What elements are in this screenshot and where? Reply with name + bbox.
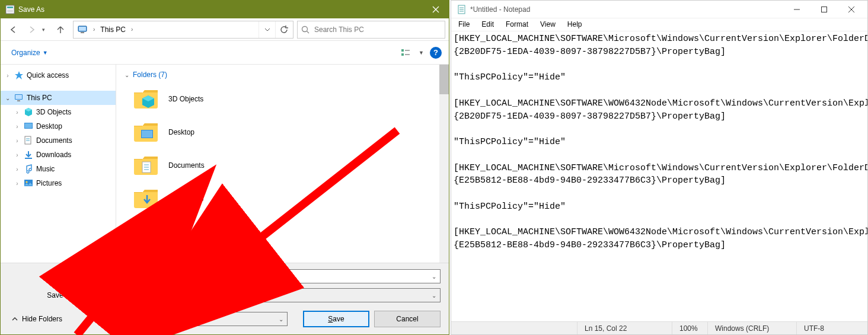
save-type-value: All Files	[99, 291, 432, 299]
search-input[interactable]	[314, 25, 441, 34]
star-icon	[14, 70, 24, 81]
arrow-left-icon	[8, 25, 18, 34]
chevron-down-icon[interactable]: ⌄	[432, 292, 436, 299]
notepad-menubar: File Edit Format View Help	[451, 18, 867, 31]
svg-rect-6	[79, 27, 86, 31]
encoding-value: UTF-8	[181, 315, 279, 323]
caret-right-icon[interactable]: ›	[14, 109, 21, 116]
file-name-field[interactable]: Libraryhide.reg ⌄	[95, 269, 441, 283]
caret-right-icon[interactable]: ›	[4, 72, 11, 79]
desktop-icon	[23, 121, 34, 132]
maximize-button[interactable]	[810, 1, 838, 18]
caret-right-icon[interactable]: ›	[14, 152, 21, 158]
menu-view[interactable]: View	[534, 18, 561, 31]
titlebar[interactable]: Save As	[1, 1, 449, 18]
maximize-icon	[821, 6, 828, 13]
tree-item-this-pc[interactable]: ⌄ This PC	[1, 91, 116, 105]
view-options-button[interactable]	[401, 47, 413, 59]
app-icon	[5, 5, 15, 14]
music-icon	[23, 164, 34, 174]
menu-file[interactable]: File	[452, 18, 476, 31]
file-name-value: Libraryhide.reg	[99, 272, 432, 280]
crumb-caret-icon[interactable]: ›	[129, 26, 135, 33]
hide-folders-label: Hide Folders	[22, 315, 62, 323]
address-dropdown-button[interactable]	[259, 21, 275, 38]
search-box[interactable]	[297, 21, 445, 39]
this-pc-icon	[14, 92, 24, 103]
breadcrumb-this-pc[interactable]: This PC	[97, 23, 129, 36]
pictures-icon	[23, 178, 34, 189]
caret-right-icon[interactable]: ›	[14, 180, 21, 187]
refresh-icon	[280, 25, 288, 34]
hide-folders-button[interactable]: Hide Folders	[9, 312, 65, 326]
tree-item-downloads[interactable]: › Downloads	[1, 148, 116, 162]
tree-label: Documents	[36, 136, 72, 145]
notepad-textarea[interactable]: [HKEY_LOCAL_MACHINE\SOFTWARE\Microsoft\W…	[451, 31, 867, 321]
file-name-label: File name:	[9, 272, 95, 280]
svg-point-8	[302, 26, 308, 31]
back-button[interactable]	[4, 21, 22, 39]
help-button[interactable]: ?	[430, 47, 442, 59]
refresh-button[interactable]	[275, 21, 292, 38]
arrow-up-icon	[56, 25, 65, 34]
root-caret-icon[interactable]: ›	[91, 26, 97, 33]
encoding-select[interactable]: UTF-8 ⌄	[177, 312, 288, 326]
caret-down-icon[interactable]: ⌄	[4, 95, 11, 101]
save-button[interactable]: Save	[303, 311, 369, 327]
vertical-scrollbar[interactable]	[439, 65, 449, 263]
svg-rect-31	[142, 130, 152, 138]
chevron-down-icon[interactable]: ▼	[419, 50, 424, 56]
notepad-window: *Untitled - Notepad File Edit Format Vie…	[451, 0, 868, 335]
tree-item-documents[interactable]: › Documents	[1, 133, 116, 148]
minimize-icon	[793, 6, 800, 13]
menu-help[interactable]: Help	[561, 18, 588, 31]
forward-button[interactable]	[23, 21, 41, 39]
tree-item-desktop[interactable]: › Desktop	[1, 119, 116, 133]
close-icon	[848, 6, 855, 13]
menu-format[interactable]: Format	[500, 18, 534, 31]
chevron-down-icon[interactable]: ⌄	[279, 316, 283, 323]
svg-point-27	[25, 181, 27, 183]
tree-label: Pictures	[36, 179, 62, 187]
caret-right-icon[interactable]: ›	[14, 123, 21, 130]
svg-line-9	[307, 31, 309, 33]
organize-menu[interactable]: Organize ▼	[8, 46, 52, 59]
navigation-tree[interactable]: › Quick access ⌄ This PC › 3D Objects › …	[1, 65, 116, 263]
folders-group-header[interactable]: ⌄ Folders (7)	[116, 65, 449, 82]
save-type-label: Save as type:	[9, 291, 95, 299]
folder-icon	[133, 187, 160, 210]
recent-locations-button[interactable]: ▾	[42, 27, 50, 33]
chevron-up-icon	[11, 315, 18, 323]
toolbar: Organize ▼ ▼ ?	[1, 41, 449, 65]
notepad-titlebar[interactable]: *Untitled - Notepad	[451, 1, 867, 18]
menu-edit[interactable]: Edit	[476, 18, 500, 31]
content-pane[interactable]: ⌄ Folders (7) 3D Objects Desktop Documen…	[116, 65, 449, 263]
minimize-button[interactable]	[783, 1, 810, 18]
tree-item-quick-access[interactable]: › Quick access	[1, 68, 116, 82]
status-zoom: 100%	[672, 322, 707, 334]
cancel-button[interactable]: Cancel	[374, 311, 441, 327]
group-label: Folders (7)	[133, 71, 167, 79]
caret-right-icon[interactable]: ›	[14, 166, 21, 173]
svg-rect-2	[7, 9, 13, 12]
folder-downloads[interactable]: Downloads	[116, 182, 449, 215]
help-icon: ?	[433, 48, 438, 57]
folder-documents[interactable]: Documents	[116, 149, 449, 182]
folder-desktop[interactable]: Desktop	[116, 116, 449, 149]
folder-icon	[133, 87, 160, 111]
status-position: Ln 15, Col 22	[577, 322, 672, 334]
close-button[interactable]	[422, 1, 449, 18]
up-button[interactable]	[52, 21, 69, 39]
close-button[interactable]	[838, 1, 865, 18]
status-spacer	[451, 322, 577, 334]
address-bar[interactable]: › This PC ›	[73, 21, 293, 39]
svg-rect-1	[7, 7, 13, 8]
save-type-field[interactable]: All Files ⌄	[95, 288, 441, 302]
folder-3d-objects[interactable]: 3D Objects	[116, 82, 449, 116]
tree-item-3d-objects[interactable]: › 3D Objects	[1, 105, 116, 119]
tree-item-pictures[interactable]: › Pictures	[1, 176, 116, 190]
tree-item-music[interactable]: › Music	[1, 162, 116, 176]
chevron-down-icon: ▼	[43, 50, 48, 56]
caret-right-icon[interactable]: ›	[14, 138, 21, 144]
chevron-down-icon[interactable]: ⌄	[432, 273, 436, 280]
